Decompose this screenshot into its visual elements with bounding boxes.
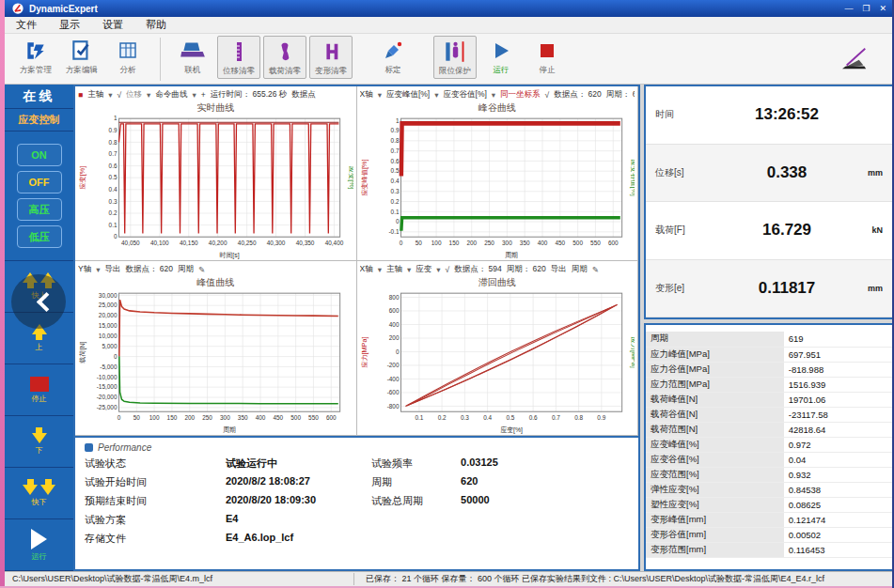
chart-header-item[interactable]: 数据点 [291,89,316,101]
jog-stop-button[interactable]: 停止 [5,364,73,416]
chart-header-item[interactable]: 数据点： 620 [554,89,602,101]
chart-header-item[interactable]: ▾ [436,265,440,274]
chart-header-item[interactable]: ■ [78,90,83,100]
chart-header-item[interactable]: 同一坐标系 [500,89,541,101]
svg-text:0.3: 0.3 [460,414,468,421]
svg-text:100: 100 [431,240,441,246]
fast-up-button[interactable]: 快上 [5,261,73,313]
svg-text:0.6: 0.6 [390,158,399,164]
chart-header-item[interactable]: X轴 [360,264,373,275]
chart-header-item[interactable]: X轴 [360,89,373,101]
app-window: DynamicExpert — ❐ ✕ 文件 显示 设置 帮助 方案管理 方案编… [0,0,894,588]
chart-header-item[interactable]: 周期： 620 [606,89,635,101]
toolbar-button-zero-load[interactable]: 载荷清零 [263,36,306,79]
performance-row: 试验总周期50000 [371,494,621,508]
zero-displacement-icon [228,38,249,66]
chart-title: 峰值曲线 [78,276,353,288]
toolbar-button-analysis[interactable]: 分析 [106,36,149,77]
chart-header-item[interactable]: 周期： 620 [507,264,546,275]
result-value: 1516.939 [784,377,892,392]
toolbar-button-scheme-edit[interactable]: 方案编辑 [60,36,103,77]
chart-header-item[interactable]: 应变谷值[%] [444,89,487,101]
menu-help[interactable]: 帮助 [146,18,166,32]
chart-header-item[interactable]: ▾ [492,90,495,100]
result-label: 应变峰值[%] [646,437,784,452]
svg-text:0.1: 0.1 [415,414,423,421]
right-panel: 时间 13:26:52 位移[s] 0.338 mm 载荷[F] 16.729 … [644,85,894,571]
toolbar-button-zero-deformation[interactable]: 变形清零 [309,36,353,79]
readout-displacement: 位移[s] 0.338 mm [646,145,892,203]
chart-header-item[interactable]: 应变 [416,264,431,275]
screen-edge-left [0,0,5,588]
chart-header-item[interactable]: Y轴 [78,264,91,275]
toolbar-button-stop[interactable]: 停止 [525,36,569,77]
toolbar-button-limit-protect[interactable]: 限位保护 [433,36,477,79]
fast-down-button[interactable]: 快下 [5,468,73,519]
result-row: 周期619 [646,332,892,347]
chart-header-item[interactable]: + [201,90,206,100]
svg-text:0.2: 0.2 [390,198,399,205]
chart-header-item[interactable]: √ [117,90,121,100]
svg-text:300: 300 [220,414,230,421]
chart-header-item[interactable]: ▾ [434,90,438,100]
chart-header-item[interactable]: 数据点： 620 [125,264,173,275]
chart-header-item[interactable]: ✎ [198,265,205,274]
high-pressure-button[interactable]: 高压 [17,198,62,221]
result-row: 载荷范围[N]42818.64 [646,422,892,437]
maximize-button[interactable]: ❐ [862,4,870,13]
sidebar-run-button[interactable]: 运行 [5,519,73,571]
svg-text:-5,000: -5,000 [100,364,118,370]
toolbar-button-connect[interactable]: 联机 [171,36,214,77]
chart-header-item[interactable]: ▾ [96,265,100,274]
chart-header-item[interactable]: √ [446,265,450,274]
down-button[interactable]: 下 [5,416,73,468]
low-pressure-button[interactable]: 低压 [17,225,62,248]
minimize-button[interactable]: — [844,4,853,13]
chart-header-item[interactable]: ▾ [378,90,382,100]
chart-header-item[interactable]: ▾ [407,265,411,274]
toolbar-button-run[interactable]: 运行 [479,36,523,77]
chart-header-item[interactable]: ▾ [147,90,150,100]
svg-text:0.9: 0.9 [390,127,399,133]
menu-settings[interactable]: 设置 [102,18,123,32]
chart-header-item[interactable]: ▾ [378,265,382,274]
chart-peak-load-panel: Y轴▾导出数据点： 620周期✎峰值曲线05010015020025030035… [75,261,357,436]
chart-header-item[interactable]: ✎ [592,265,599,274]
chart-header-item[interactable]: 数据点： 594 [454,264,502,275]
chart-header-item[interactable]: 主轴 [87,89,103,101]
chart-title: 实时曲线 [78,101,353,114]
chart-header-item[interactable]: ▾ [108,90,112,100]
chart-header-item[interactable]: 命令曲线 [155,89,187,101]
on-button[interactable]: ON [17,144,62,166]
svg-text:40,050: 40,050 [121,240,140,246]
toolbar-button-scheme-manage[interactable]: 方案管理 [14,36,57,77]
chart-header-item[interactable]: 位移 [126,89,142,101]
chart-header-item[interactable]: 周期 [178,264,194,275]
menu-display[interactable]: 显示 [59,18,80,32]
chart-header-item[interactable]: 应变峰值[%] [386,89,430,101]
chart-header-item[interactable]: ▾ [192,90,196,100]
chart-header-item[interactable]: 导出 [104,264,120,275]
svg-text:0: 0 [114,353,118,360]
result-value: 0.00502 [784,527,892,542]
svg-text:应变谷值[%]: 应变谷值[%] [629,160,635,196]
up-button[interactable]: 上 [5,313,73,364]
svg-text:1: 1 [395,116,399,123]
menu-file[interactable]: 文件 [16,18,37,32]
chart-header-item[interactable]: 运行时间： 655.26 秒 [211,89,288,101]
toolbar-button-zero-displacement[interactable]: 位移清零 [217,36,260,79]
result-label: 应力峰值[MPa] [646,347,784,362]
svg-text:0.9: 0.9 [109,127,118,133]
svg-text:0.7: 0.7 [390,147,399,154]
close-button[interactable]: ✕ [879,4,886,13]
chart-header-item[interactable]: 周期 [572,264,588,275]
svg-text:周期: 周期 [223,426,236,433]
chart-header-item[interactable]: 主轴 [386,264,402,275]
chart-header: Y轴▾导出数据点： 620周期✎ [78,262,353,276]
chart-header-item[interactable]: √ [545,90,550,100]
result-label: 应变谷值[%] [646,452,784,467]
toolbar-button-calibration[interactable]: 标定 [371,36,415,77]
chart-header-item[interactable]: 导出 [551,264,567,275]
performance-label: 周期 [371,475,461,489]
off-button[interactable]: OFF [17,171,62,193]
